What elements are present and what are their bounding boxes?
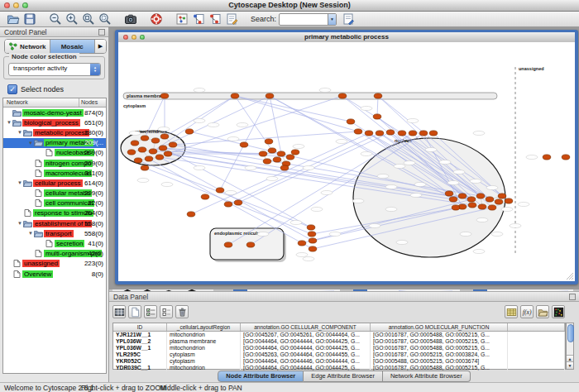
new-attr-icon[interactable] (128, 305, 141, 318)
network-node[interactable] (307, 225, 315, 230)
table-cell[interactable]: YPL036W__1 (113, 345, 167, 351)
zoom-fit-icon[interactable] (82, 12, 95, 26)
network-node[interactable] (562, 155, 570, 160)
table-cell[interactable]: [GO:0016787, GO:0005488, GO:0005215, G..… (371, 332, 508, 338)
tree-row[interactable]: nucleobase-209(0) (3, 148, 106, 158)
float-panel-icon[interactable] (569, 294, 576, 300)
table-row[interactable]: YPL036W__2plasma membrane[GO:0044464, GO… (113, 338, 565, 345)
network-node[interactable] (386, 130, 395, 135)
tree-col-network[interactable]: Network (3, 98, 79, 107)
help-icon[interactable] (150, 12, 163, 26)
network-node[interactable] (216, 188, 224, 193)
tree-row[interactable]: ▼cellular process614(0) (3, 178, 106, 188)
network-node[interactable] (160, 134, 169, 139)
attr-table-icon[interactable] (112, 305, 126, 318)
tree-row[interactable]: response to stimulu264(0) (3, 208, 106, 218)
tab-mosaic[interactable]: Mosaic (50, 40, 96, 53)
matrix-icon[interactable] (552, 305, 565, 318)
scrollbar-thumb[interactable] (567, 324, 574, 342)
network-node[interactable] (419, 131, 428, 136)
table-cell[interactable]: plasma membrane (167, 338, 241, 345)
tree-row[interactable]: cell communicat22(0) (3, 198, 106, 208)
duplicate-view-red-icon[interactable] (208, 12, 222, 26)
save-icon[interactable] (23, 12, 36, 26)
network-view-icon[interactable] (175, 12, 189, 26)
network-node[interactable] (291, 150, 299, 155)
network-node[interactable] (138, 147, 146, 152)
snapshot-icon[interactable] (124, 12, 137, 26)
network-node[interactable] (159, 146, 167, 151)
network-node[interactable] (308, 232, 316, 237)
search-input[interactable]: ▼ (279, 13, 337, 26)
tab-network[interactable]: Network (5, 40, 50, 53)
network-node[interactable] (277, 151, 285, 156)
network-node[interactable] (187, 212, 195, 217)
scroll-down-icon[interactable]: ▼ (567, 361, 573, 369)
maximize-button[interactable] (140, 35, 145, 40)
network-node[interactable] (160, 93, 169, 98)
network-node[interactable] (376, 131, 384, 136)
zoom-out-icon[interactable] (49, 12, 62, 26)
close-button[interactable] (123, 35, 128, 40)
network-node[interactable] (266, 93, 274, 98)
table-row[interactable]: YJR121W__1mitochondrion[GO:0045267, GO:0… (113, 332, 565, 338)
table-cell[interactable]: [GO:0044464, GO:0044444, GO:0044425, G..… (241, 338, 371, 345)
network-node[interactable] (505, 198, 513, 203)
network-node[interactable] (445, 191, 453, 196)
tree-row[interactable]: multi-organism pro42(0) (3, 249, 106, 259)
table-cell[interactable]: YLR295C (113, 351, 167, 358)
tree-col-nodes[interactable]: Nodes (79, 98, 106, 107)
table-cell[interactable]: YJR121W__1 (113, 332, 167, 338)
network-node[interactable] (452, 205, 460, 210)
network-node[interactable] (409, 131, 417, 136)
table-cell[interactable]: [GO:0016787, GO:0005488, GO:0005215, G..… (371, 345, 508, 351)
table-cell[interactable]: mitochondrion (167, 332, 241, 338)
float-panel-icon[interactable] (98, 29, 105, 36)
network-edge[interactable] (191, 133, 369, 214)
select-nodes-checkbox[interactable]: ✓ (7, 84, 17, 94)
network-node[interactable] (149, 149, 157, 154)
network-edge[interactable] (168, 96, 342, 154)
network-node[interactable] (429, 131, 438, 136)
network-node[interactable] (467, 197, 476, 202)
minimize-button[interactable] (132, 35, 136, 40)
network-node[interactable] (231, 93, 239, 98)
zoom-in-icon[interactable] (65, 12, 79, 26)
duplicate-view-blue-icon[interactable] (192, 12, 205, 26)
tab-network-attribute-browser[interactable]: Network Attribute Browser (383, 370, 471, 382)
network-node[interactable] (201, 194, 209, 199)
close-button[interactable] (4, 2, 10, 8)
tree-row[interactable]: ▼primary metabo209(... (3, 138, 106, 148)
table-cell[interactable]: cytoplasm (167, 358, 241, 365)
network-node[interactable] (398, 131, 406, 136)
minimize-button[interactable] (13, 2, 19, 8)
network-node[interactable] (268, 148, 276, 153)
network-node[interactable] (234, 200, 242, 205)
network-node[interactable] (468, 203, 476, 208)
table-cell[interactable]: [GO:0045263, GO:0044464, GO:0044455, G..… (241, 351, 371, 358)
network-node[interactable] (543, 155, 551, 160)
network-node[interactable] (286, 155, 294, 160)
delete-attr-icon[interactable] (175, 305, 189, 318)
disclosure-triangle-icon[interactable]: ▼ (27, 141, 34, 146)
disclosure-triangle-icon[interactable]: ▼ (6, 120, 12, 125)
tree-row[interactable]: unassigned223(0) (3, 259, 106, 269)
network-node[interactable] (309, 246, 317, 251)
network-node[interactable] (151, 138, 160, 143)
network-node[interactable] (449, 197, 457, 202)
network-node[interactable] (265, 139, 273, 144)
table-cell[interactable]: cytoplasm (167, 351, 241, 358)
table-cell[interactable]: [GO:0016787, GO:0005215, GO:0003824, G..… (371, 351, 508, 358)
tab-edge-attribute-browser[interactable]: Edge Attribute Browser (304, 370, 383, 382)
network-node[interactable] (246, 242, 255, 247)
tree-row[interactable]: ▼establishment of lo558(0) (3, 218, 106, 228)
table-row[interactable]: YPL036W__1mitochondrion[GO:0044464, GO:0… (113, 345, 565, 351)
disclosure-triangle-icon[interactable]: ▼ (17, 130, 23, 135)
network-node[interactable] (309, 238, 317, 243)
open-icon[interactable] (7, 12, 20, 26)
table-cell[interactable]: [GO:0044464, GO:0044444, GO:0044425, G..… (241, 345, 371, 351)
table-cell[interactable]: mitochondrion (167, 345, 241, 351)
network-node[interactable] (478, 204, 486, 209)
tab-node-attribute-browser[interactable]: Node Attribute Browser (218, 370, 304, 382)
network-node[interactable] (169, 142, 177, 147)
